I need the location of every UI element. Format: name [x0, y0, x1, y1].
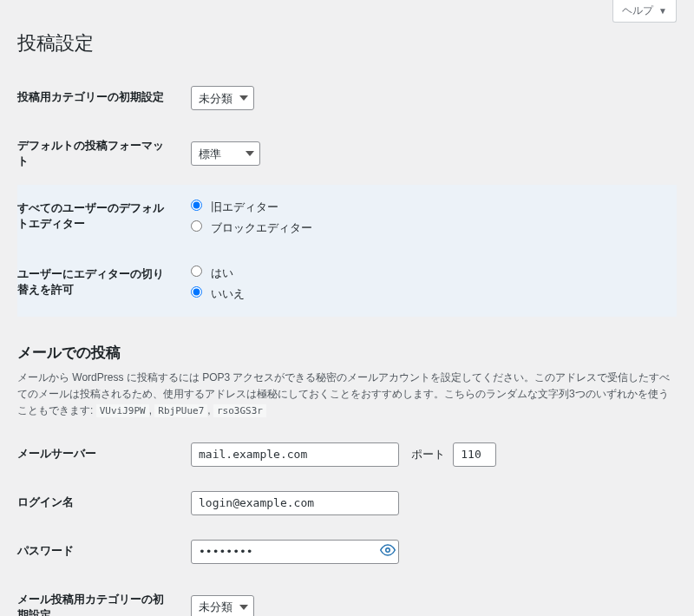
- random-string-2: RbjPUue7: [154, 404, 207, 417]
- mail-port-input[interactable]: [453, 442, 496, 467]
- random-string-1: VUviJ9PW: [96, 404, 149, 417]
- radio-classic-input[interactable]: [191, 200, 202, 211]
- svg-point-0: [386, 547, 390, 552]
- login-label: ログイン名: [17, 479, 182, 528]
- default-format-select[interactable]: 標準: [191, 141, 260, 166]
- radio-block-input[interactable]: [191, 220, 202, 232]
- radio-no-input[interactable]: [191, 286, 202, 298]
- default-format-label: デフォルトの投稿フォーマット: [17, 122, 182, 185]
- help-toggle[interactable]: ヘルプ ▼: [612, 0, 677, 23]
- radio-block-editor[interactable]: ブロックエディター: [191, 218, 668, 239]
- mail-category-label: メール投稿用カテゴリーの初期設定: [17, 576, 182, 616]
- mail-server-input[interactable]: [191, 442, 399, 467]
- eye-icon[interactable]: [380, 542, 396, 561]
- radio-switch-yes[interactable]: はい: [191, 263, 668, 284]
- radio-yes-input[interactable]: [191, 265, 202, 277]
- page-title: 投稿設定: [17, 23, 677, 74]
- default-editor-label: すべてのユーザーのデフォルトエディター: [17, 185, 182, 251]
- chevron-down-icon: ▼: [658, 6, 667, 16]
- mail-heading: メールでの投稿: [17, 334, 677, 363]
- port-label: ポート: [411, 448, 445, 461]
- default-category-select[interactable]: 未分類: [191, 86, 254, 110]
- password-input[interactable]: [191, 540, 399, 564]
- default-category-label: 投稿用カテゴリーの初期設定: [17, 74, 182, 122]
- mail-description: メールから WordPress に投稿するには POP3 アクセスができる秘密の…: [17, 370, 677, 420]
- random-string-3: rso3GS3r: [213, 404, 266, 417]
- mail-server-label: メールサーバー: [17, 430, 182, 479]
- help-label: ヘルプ: [622, 4, 653, 16]
- login-input[interactable]: [191, 491, 399, 515]
- mail-category-select[interactable]: 未分類: [191, 595, 254, 616]
- radio-classic-editor[interactable]: 旧エディター: [191, 197, 668, 218]
- radio-switch-no[interactable]: いいえ: [191, 284, 668, 305]
- password-label: パスワード: [17, 528, 182, 576]
- allow-switch-label: ユーザーにエディターの切り替えを許可: [17, 251, 182, 317]
